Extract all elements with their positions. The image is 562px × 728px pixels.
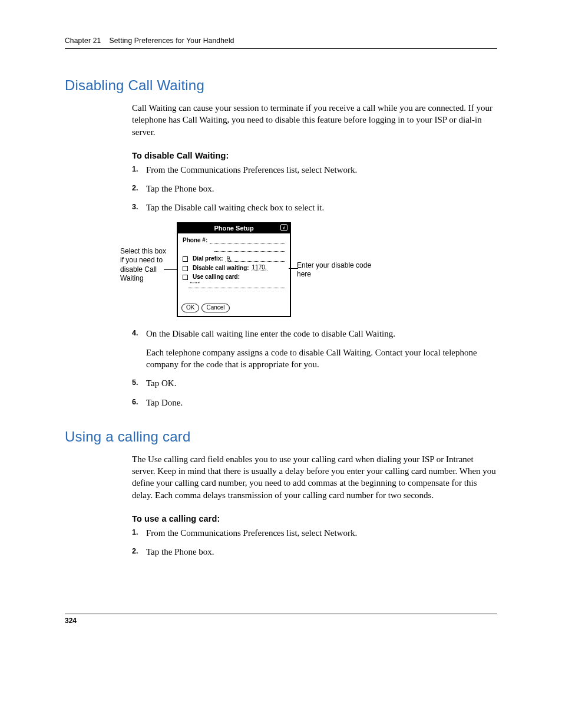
use-calling-card-label: Use calling card: — [193, 274, 240, 280]
phone-number-field-line2[interactable] — [214, 246, 285, 252]
step-item: From the Communications Preferences list… — [132, 527, 497, 539]
running-header: Chapter 21 Setting Preferences for Your … — [65, 37, 497, 49]
use-calling-card-checkbox[interactable] — [183, 275, 188, 280]
pda-title-text: Phone Setup — [214, 225, 253, 232]
phone-number-field[interactable] — [210, 238, 285, 243]
intro-paragraph: Call Waiting can cause your session to t… — [132, 102, 497, 138]
step-item: From the Communications Preferences list… — [132, 164, 497, 176]
chapter-label: Chapter 21 — [65, 37, 101, 45]
dial-prefix-label: Dial prefix: — [193, 255, 223, 262]
dial-prefix-checkbox[interactable] — [183, 256, 188, 262]
step-item: Tap the Disable call waiting check box t… — [132, 202, 497, 213]
steps-list-1: From the Communications Preferences list… — [132, 164, 497, 214]
procedure-subhead-2: To use a calling card: — [132, 514, 497, 523]
figure-phone-setup: Select this box if you need to disable C… — [120, 222, 497, 317]
figure-callout-right: Enter your disable code here — [297, 222, 373, 279]
calling-card-field[interactable]: ““““ — [189, 281, 285, 288]
cancel-button[interactable]: Cancel — [201, 304, 229, 312]
pda-dialog: Phone Setup i Phone #: Dial prefix: 9, — [177, 222, 291, 317]
step-item: Tap the Phone box. — [132, 546, 497, 558]
step-item: Tap OK. — [132, 377, 497, 389]
step-extra: Each telephone company assigns a code to… — [146, 347, 497, 371]
disable-call-waiting-field[interactable]: 1170, — [252, 264, 267, 271]
step-item: On the Disable call waiting line enter t… — [132, 328, 497, 371]
chapter-title: Setting Preferences for Your Handheld — [110, 37, 234, 45]
section-heading-disabling-call-waiting: Disabling Call Waiting — [65, 77, 497, 94]
ok-button[interactable]: OK — [181, 304, 199, 312]
dial-prefix-field[interactable]: 9, — [226, 255, 285, 262]
info-icon[interactable]: i — [280, 224, 287, 231]
pda-title-bar: Phone Setup i — [178, 223, 290, 233]
steps-list-2: From the Communications Preferences list… — [132, 527, 497, 558]
section-heading-using-calling-card: Using a calling card — [65, 429, 497, 445]
step-item: Tap the Phone box. — [132, 183, 497, 195]
page-number: 324 — [65, 614, 497, 625]
step-text: On the Disable call waiting line enter t… — [146, 329, 395, 338]
intro-paragraph-2: The Use calling card field enables you t… — [132, 453, 497, 501]
figure-callout-left: Select this box if you need to disable C… — [120, 222, 171, 284]
procedure-subhead: To disable Call Waiting: — [132, 151, 497, 160]
phone-number-label: Phone #: — [183, 237, 207, 243]
step-item: Tap Done. — [132, 397, 497, 409]
steps-list-1b: On the Disable call waiting line enter t… — [132, 328, 497, 409]
disable-call-waiting-label: Disable call waiting: — [193, 265, 249, 271]
disable-call-waiting-checkbox[interactable] — [183, 266, 188, 271]
